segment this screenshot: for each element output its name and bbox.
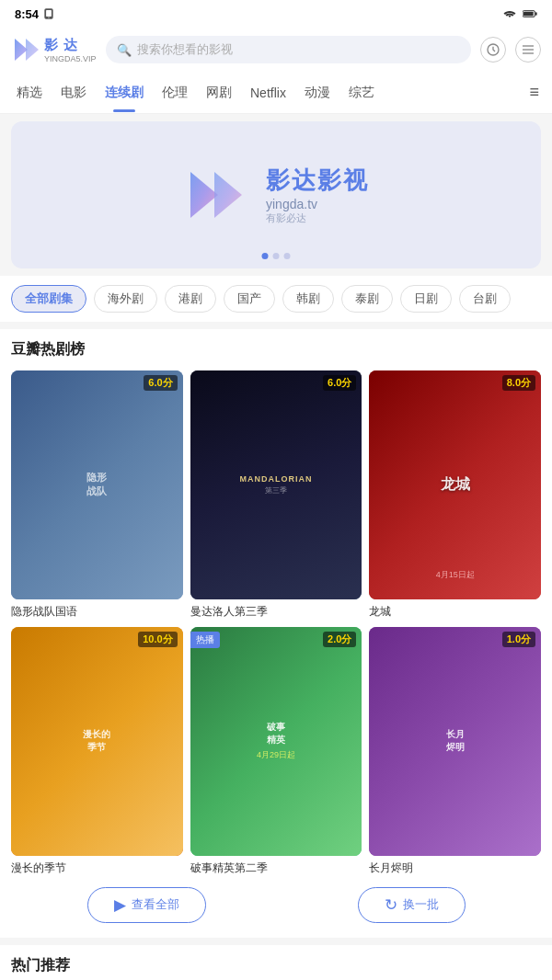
media-score-2: 8.0分 <box>502 375 535 391</box>
media-score-1: 6.0分 <box>323 375 356 391</box>
media-score-0: 6.0分 <box>144 375 177 391</box>
hot-section: 热门推荐 只是结婚的关系 8.0分 只是结婚的关系 爱上特种兵 7.0分 爱上特… <box>0 945 552 980</box>
search-bar[interactable]: 🔍 搜索你想看的影视 <box>106 36 471 63</box>
hot-section-title: 热门推荐 <box>11 956 541 975</box>
view-all-button[interactable]: ▶ 查看全部 <box>87 887 206 923</box>
media-title-2: 龙城 <box>369 604 541 620</box>
media-title-5: 长月烬明 <box>369 860 541 876</box>
android-icon <box>42 7 55 20</box>
header: 影 达 YINGDA5.VIP 🔍 搜索你想看的影视 <box>0 28 552 72</box>
wifi-icon <box>502 8 517 19</box>
svg-rect-1 <box>46 10 52 17</box>
media-card-0[interactable]: 隐形战队 6.0分 隐形战队国语 <box>11 370 183 620</box>
view-all-label: 查看全部 <box>132 896 179 913</box>
svg-marker-6 <box>15 39 28 61</box>
battery-icon <box>523 8 537 19</box>
media-score-5: 1.0分 <box>502 632 535 647</box>
banner-logo-icon <box>183 163 247 227</box>
media-thumb-1: MANDALORIAN 第三季 6.0分 <box>190 370 362 599</box>
media-title-4: 破事精英第二季 <box>190 860 362 876</box>
svg-point-2 <box>48 17 49 18</box>
media-title-0: 隐形战队国语 <box>11 604 183 620</box>
svg-rect-5 <box>523 12 534 17</box>
media-thumb-0: 隐形战队 6.0分 <box>11 370 183 599</box>
refresh-label: 换一批 <box>403 896 439 913</box>
svg-marker-13 <box>214 172 242 218</box>
tab-lunli[interactable]: 伦理 <box>153 74 197 112</box>
media-thumb-2: 龙城 4月15日起 8.0分 <box>369 370 541 599</box>
douban-section-title: 豆瓣热剧榜 <box>11 340 541 359</box>
banner-text: 影达影视 yingda.tv 有影必达 <box>266 165 369 225</box>
media-card-1[interactable]: MANDALORIAN 第三季 6.0分 曼达洛人第三季 <box>190 370 362 620</box>
media-card-5[interactable]: 长月烬明 1.0分 长月烬明 <box>369 627 541 876</box>
chip-taiwan[interactable]: 台剧 <box>459 285 511 313</box>
tab-lianjuju[interactable]: 连续剧 <box>96 74 153 112</box>
chip-all[interactable]: 全部剧集 <box>11 285 86 313</box>
banner-content: 影达影视 yingda.tv 有影必达 <box>183 163 369 227</box>
chip-japanese[interactable]: 日剧 <box>400 285 452 313</box>
status-icons <box>502 8 537 19</box>
search-placeholder: 搜索你想看的影视 <box>137 41 233 58</box>
svg-marker-12 <box>190 172 218 218</box>
banner-dot-2 <box>273 253 280 259</box>
chip-hk[interactable]: 港剧 <box>165 285 216 313</box>
media-thumb-3: 漫长的季节 10.0分 <box>11 627 183 856</box>
nav-tabs: 精选 电影 连续剧 伦理 网剧 Netflix 动漫 综艺 ≡ <box>0 72 552 114</box>
action-row: ▶ 查看全部 ↻ 换一批 <box>11 876 541 927</box>
logo[interactable]: 影 达 YINGDA5.VIP <box>11 35 97 64</box>
menu-icon[interactable] <box>515 37 541 63</box>
nav-more-icon[interactable]: ≡ <box>523 72 545 113</box>
media-thumb-5: 长月烬明 1.0分 <box>369 627 541 856</box>
chip-korean[interactable]: 韩剧 <box>282 285 334 313</box>
media-score-3: 10.0分 <box>138 632 177 647</box>
banner-dot-1 <box>262 253 269 259</box>
tab-wangju[interactable]: 网剧 <box>197 74 241 112</box>
logo-text: 影 达 YINGDA5.VIP <box>44 37 97 63</box>
svg-rect-4 <box>535 12 537 15</box>
chip-domestic[interactable]: 国产 <box>224 285 275 313</box>
media-score-4: 2.0分 <box>323 632 356 647</box>
header-icons <box>480 37 541 63</box>
status-time: 8:54 <box>15 7 55 21</box>
tab-dianying[interactable]: 电影 <box>52 74 96 112</box>
chip-overseas[interactable]: 海外剧 <box>94 285 157 313</box>
douban-grid: 隐形战队 6.0分 隐形战队国语 MANDALORIAN 第三季 6.0分 曼达… <box>11 370 541 876</box>
banner-dots <box>262 253 291 259</box>
media-card-4[interactable]: 破事精英 4月29日起 热播 2.0分 破事精英第二季 <box>190 627 362 876</box>
search-icon: 🔍 <box>117 43 132 57</box>
banner[interactable]: 影达影视 yingda.tv 有影必达 <box>11 121 541 268</box>
media-card-3[interactable]: 漫长的季节 10.0分 漫长的季节 <box>11 627 183 876</box>
media-title-1: 曼达洛人第三季 <box>190 604 362 620</box>
media-card-2[interactable]: 龙城 4月15日起 8.0分 龙城 <box>369 370 541 620</box>
tab-jingxuan[interactable]: 精选 <box>7 74 52 112</box>
refresh-button[interactable]: ↻ 换一批 <box>358 887 466 923</box>
refresh-icon: ↻ <box>385 895 397 915</box>
tab-zongyi[interactable]: 综艺 <box>339 74 384 112</box>
media-thumb-4: 破事精英 4月29日起 热播 2.0分 <box>190 627 362 856</box>
logo-icon <box>11 35 40 64</box>
douban-section: 豆瓣热剧榜 隐形战队 6.0分 隐形战队国语 MANDALORIAN 第三季 6… <box>0 329 552 938</box>
media-badge-4: 热播 <box>190 632 220 648</box>
svg-marker-7 <box>26 39 39 61</box>
status-bar: 8:54 <box>0 0 552 28</box>
media-title-3: 漫长的季节 <box>11 860 183 876</box>
chip-thai[interactable]: 泰剧 <box>341 285 393 313</box>
filter-chips: 全部剧集 海外剧 港剧 国产 韩剧 泰剧 日剧 台剧 <box>0 276 552 322</box>
banner-dot-3 <box>284 253 291 259</box>
tab-netflix[interactable]: Netflix <box>241 74 295 111</box>
play-circle-icon: ▶ <box>114 895 126 915</box>
tab-dongman[interactable]: 动漫 <box>295 74 339 112</box>
history-icon[interactable] <box>480 37 506 63</box>
